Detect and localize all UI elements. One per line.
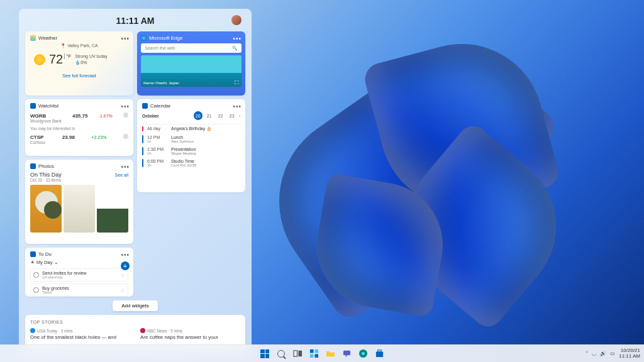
edge-image[interactable]: Ikema Ohashi, Japan ⛶: [141, 55, 242, 87]
watchlist-widget[interactable]: Watchlist ••• WGRBWoodgrove Bank 435.75 …: [25, 99, 133, 156]
photos-icon: [30, 163, 36, 169]
edge-widget[interactable]: Microsoft Edge ••• Search the web 🔍 Ikem…: [137, 31, 245, 96]
weather-menu[interactable]: •••: [121, 35, 130, 42]
weather-location: 📍 Valley Park, CA: [30, 43, 128, 48]
todo-add-button[interactable]: +: [121, 261, 130, 270]
calendar-title: Calendar: [150, 103, 170, 109]
weather-icon: [30, 35, 36, 41]
chevron-down-icon[interactable]: ⌄: [54, 260, 58, 265]
todo-title: To Do: [38, 251, 52, 257]
svg-rect-2: [309, 349, 313, 353]
news-story[interactable]: NBC News · 5 minsAre coffee naps the ans…: [140, 328, 240, 340]
watchlist-menu[interactable]: •••: [121, 103, 130, 110]
widgets-header: 11:11 AM: [25, 14, 245, 28]
calendar-day[interactable]: 22: [216, 111, 225, 120]
volume-icon[interactable]: 🔊: [600, 351, 606, 356]
photos-heading: On This Day: [30, 172, 62, 178]
edge-menu[interactable]: •••: [233, 35, 242, 42]
calendar-day[interactable]: 21: [205, 111, 214, 120]
widgets-clock: 11:11 AM: [116, 16, 155, 26]
calendar-menu[interactable]: •••: [233, 103, 242, 110]
explorer-button[interactable]: [323, 347, 337, 361]
svg-rect-1: [298, 351, 302, 356]
stock-row[interactable]: CTSPContoso 23.98 +2.23%: [30, 133, 128, 146]
news-heading: TOP STORIES: [30, 320, 240, 324]
edge-title: Microsoft Edge: [149, 35, 182, 41]
svg-rect-3: [314, 349, 318, 353]
edge-search-input[interactable]: Search the web 🔍: [141, 43, 242, 53]
weather-title: Weather: [38, 35, 57, 41]
wallpaper-bloom: [254, 25, 594, 327]
taskbar-center: [258, 347, 386, 361]
taskbar: ˄ ◡ 🔊 ▭ 10/20/21 11:11 AM: [0, 344, 644, 362]
widgets-button[interactable]: [307, 347, 321, 361]
calendar-day[interactable]: 23: [228, 111, 236, 120]
watchlist-note: You may be interested in: [30, 126, 128, 131]
edge-button[interactable]: [356, 347, 370, 361]
widgets-panel: 11:11 AM Weather ••• 📍 Valley Park, CA 7…: [19, 9, 252, 353]
system-tray[interactable]: ˄ ◡ 🔊 ▭ 10/20/21 11:11 AM: [586, 348, 640, 359]
calendar-day[interactable]: 20: [194, 111, 203, 120]
search-icon: 🔍: [232, 46, 238, 51]
watchlist-title: Watchlist: [38, 103, 58, 109]
svg-point-9: [361, 352, 365, 356]
stock-add-icon[interactable]: [123, 134, 128, 139]
svg-rect-5: [314, 354, 318, 358]
expand-icon[interactable]: ⛶: [235, 80, 239, 85]
photo-thumbnail[interactable]: [97, 185, 128, 233]
sun-icon: ☀: [30, 260, 35, 265]
todo-item[interactable]: Send invites for reviewQ4 planning☆: [30, 268, 128, 282]
calendar-event[interactable]: 6:00 PM3hStudio TimeConf Rm 32/35: [142, 157, 240, 169]
wifi-icon[interactable]: ◡: [592, 351, 596, 356]
chevron-right-icon[interactable]: ›: [239, 114, 240, 118]
news-story[interactable]: USA Today · 3 minsOne of the smallest bl…: [30, 328, 130, 340]
chevron-up-icon[interactable]: ˄: [586, 351, 588, 356]
stock-remove-icon[interactable]: [123, 112, 128, 118]
photos-menu[interactable]: •••: [121, 163, 130, 170]
photo-thumbnail[interactable]: [64, 185, 95, 233]
sun-icon: [34, 54, 45, 65]
weather-widget[interactable]: Weather ••• 📍 Valley Park, CA 72°F Stron…: [25, 31, 133, 96]
todo-checkbox[interactable]: [33, 272, 39, 278]
calendar-widget[interactable]: Calendar ••• October 20 21 22 23 › All d…: [137, 99, 245, 192]
stock-row[interactable]: WGRBWoodgrove Bank 435.75 -1.67%: [30, 111, 128, 124]
star-icon[interactable]: ☆: [120, 287, 125, 293]
photos-sub: Oct 20 · 33 items: [30, 178, 62, 182]
svg-rect-4: [309, 354, 313, 358]
star-icon[interactable]: ☆: [120, 272, 125, 278]
todo-widget[interactable]: To Do ••• ☀ My Day ⌄ + Send invites for …: [25, 248, 133, 297]
desktop: 11:11 AM Weather ••• 📍 Valley Park, CA 7…: [0, 0, 644, 362]
taskbar-clock[interactable]: 10/20/21 11:11 AM: [619, 348, 640, 359]
photos-see-all[interactable]: See all: [115, 173, 128, 177]
news-widget[interactable]: TOP STORIES USA Today · 3 minsOne of the…: [25, 315, 245, 349]
todo-item[interactable]: Buy groceriesTasks☆: [30, 283, 128, 297]
calendar-event[interactable]: 12 PM1hLunchAlex Johnson: [142, 133, 240, 145]
watchlist-icon: [30, 103, 36, 109]
task-view-button[interactable]: [291, 347, 304, 361]
add-widgets-button[interactable]: Add widgets: [113, 300, 158, 311]
weather-condition: Strong UV today💧0%: [75, 53, 107, 65]
todo-checkbox[interactable]: [33, 287, 39, 293]
edge-icon: [141, 35, 147, 41]
weather-forecast-link[interactable]: See full forecast: [30, 73, 128, 79]
photo-thumbnail[interactable]: [30, 185, 62, 233]
weather-temp: 72: [49, 52, 63, 66]
todo-menu[interactable]: •••: [121, 251, 130, 258]
calendar-event[interactable]: 1:30 PM1hPresentationSkype Meeting: [142, 145, 240, 157]
svg-rect-11: [377, 350, 381, 352]
user-avatar[interactable]: [231, 15, 242, 25]
edge-caption: Ikema Ohashi, Japan: [143, 81, 179, 85]
store-button[interactable]: [372, 347, 386, 361]
photos-title: Photos: [38, 163, 54, 169]
svg-rect-6: [343, 351, 350, 356]
search-button[interactable]: [274, 347, 288, 361]
start-button[interactable]: [258, 347, 272, 361]
calendar-month: October: [142, 114, 159, 118]
battery-icon[interactable]: ▭: [610, 351, 615, 356]
photos-widget[interactable]: Photos ••• On This Day Oct 20 · 33 items…: [25, 160, 133, 244]
chat-button[interactable]: [340, 347, 353, 361]
todo-list-name[interactable]: My Day: [36, 260, 52, 265]
calendar-icon: [142, 103, 148, 109]
todo-icon: [30, 251, 36, 257]
calendar-event[interactable]: All dayAngela's Birthday 🎂: [142, 124, 240, 133]
